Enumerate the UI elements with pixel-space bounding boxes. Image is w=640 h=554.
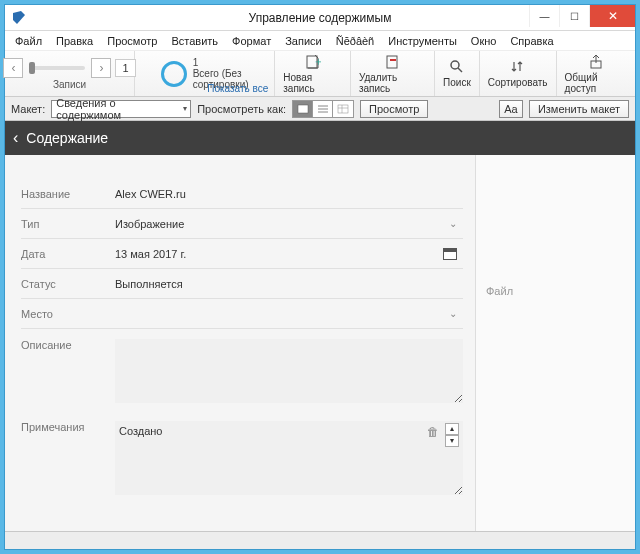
title-bar: Управление содержимым — ☐ ✕ — [5, 5, 635, 31]
preview-button[interactable]: Просмотр — [360, 100, 428, 118]
menu-records[interactable]: Записи — [279, 33, 328, 49]
menu-window[interactable]: Окно — [465, 33, 503, 49]
status-label: Статус — [21, 278, 115, 290]
view-table-button[interactable] — [333, 101, 353, 117]
maximize-button[interactable]: ☐ — [559, 5, 589, 27]
file-label: Файл — [486, 285, 625, 297]
menu-insert[interactable]: Вставить — [165, 33, 224, 49]
delete-record-button[interactable]: Удалить запись — [351, 51, 435, 96]
total-count: 1 — [193, 57, 249, 68]
minimize-button[interactable]: — — [529, 5, 559, 27]
menu-service[interactable]: Ñĕðâèñ — [330, 33, 381, 49]
svg-rect-11 — [338, 105, 348, 113]
record-slider[interactable] — [29, 66, 85, 70]
note-down-button[interactable]: ▾ — [445, 435, 459, 447]
menu-tools[interactable]: Инструменты — [382, 33, 463, 49]
new-record-button[interactable]: ＋ Новая запись — [275, 51, 351, 96]
date-label: Дата — [21, 248, 115, 260]
menu-format[interactable]: Формат — [226, 33, 277, 49]
search-button[interactable]: Поиск — [435, 51, 480, 96]
side-panel: Файл — [475, 155, 635, 531]
type-dropdown[interactable]: Изображение⌄ — [115, 216, 463, 232]
new-record-icon: ＋ — [305, 54, 321, 70]
layout-bar: Макет: Сведения о содержимом Просмотреть… — [5, 97, 635, 121]
chevron-down-icon: ⌄ — [443, 308, 463, 319]
note-up-button[interactable]: ▴ — [445, 423, 459, 435]
layout-dropdown[interactable]: Сведения о содержимом — [51, 100, 191, 118]
calendar-icon[interactable] — [443, 248, 457, 260]
show-all-link[interactable]: Показать все — [207, 83, 268, 94]
desc-label: Описание — [21, 339, 115, 351]
share-icon — [588, 54, 604, 70]
prev-record-button[interactable]: ‹ — [3, 58, 23, 78]
next-record-button[interactable]: › — [91, 58, 111, 78]
description-textarea[interactable] — [115, 339, 463, 403]
form-panel: Название Тип Изображение⌄ Дата 13 мая 20… — [5, 155, 475, 531]
name-label: Название — [21, 188, 115, 200]
delete-record-icon — [385, 54, 401, 70]
place-label: Место — [21, 308, 115, 320]
sort-button[interactable]: Сортировать — [480, 51, 557, 96]
svg-line-5 — [458, 68, 462, 72]
status-field[interactable] — [115, 276, 463, 292]
notes-textarea[interactable] — [115, 421, 463, 495]
back-icon[interactable]: ‹ — [13, 129, 18, 147]
close-button[interactable]: ✕ — [589, 5, 635, 27]
trash-icon[interactable]: 🗑 — [427, 425, 439, 439]
view-form-button[interactable] — [293, 101, 313, 117]
place-dropdown[interactable]: ⌄ — [115, 308, 463, 319]
pie-icon — [161, 61, 187, 87]
menu-help[interactable]: Справка — [504, 33, 559, 49]
name-field[interactable] — [115, 186, 463, 202]
date-field[interactable]: 13 мая 2017 г. — [115, 246, 463, 262]
status-bar — [5, 531, 635, 549]
layout-label: Макет: — [11, 103, 45, 115]
menu-bar: Файл Правка Просмотр Вставить Формат Зап… — [5, 31, 635, 51]
svg-rect-7 — [298, 105, 308, 113]
chevron-down-icon: ⌄ — [443, 218, 463, 229]
svg-rect-2 — [387, 56, 397, 68]
menu-edit[interactable]: Правка — [50, 33, 99, 49]
notes-label: Примечания — [21, 421, 115, 433]
share-button[interactable]: Общий доступ — [557, 51, 635, 96]
section-title: Содержание — [26, 130, 108, 146]
edit-layout-button[interactable]: Изменить макет — [529, 100, 629, 118]
toolbar: ‹ › 1 Записи 1 Всего (Без сортировки) По… — [5, 51, 635, 97]
view-mode-buttons — [292, 100, 354, 118]
record-number[interactable]: 1 — [115, 59, 135, 77]
records-label: Записи — [53, 79, 86, 90]
sort-icon — [510, 59, 526, 75]
svg-text:＋: ＋ — [313, 55, 321, 67]
type-label: Тип — [21, 218, 115, 230]
search-icon — [449, 59, 465, 75]
menu-file[interactable]: Файл — [9, 33, 48, 49]
viewas-label: Просмотреть как: — [197, 103, 286, 115]
section-header: ‹ Содержание — [5, 121, 635, 155]
view-list-button[interactable] — [313, 101, 333, 117]
svg-point-4 — [451, 61, 459, 69]
aa-button[interactable]: Aa — [499, 100, 523, 118]
menu-view[interactable]: Просмотр — [101, 33, 163, 49]
total-line1: Всего (Без — [193, 68, 249, 79]
